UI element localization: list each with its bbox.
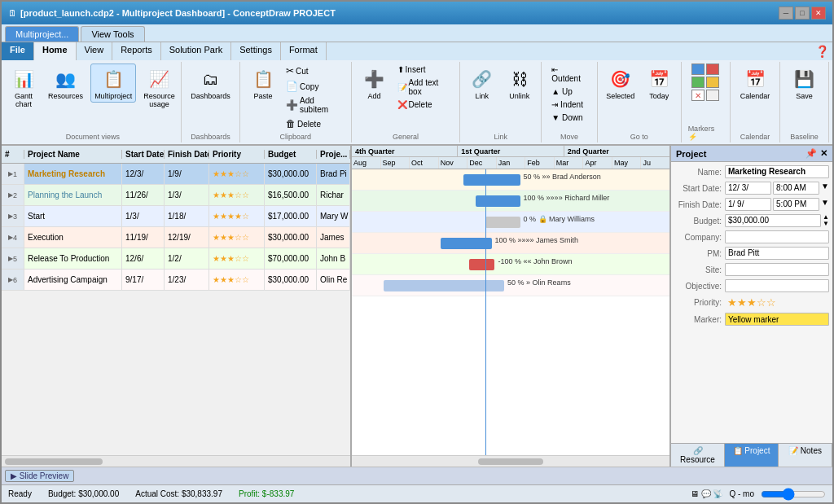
- panel-close-icon[interactable]: ✕: [820, 148, 827, 159]
- tab-view[interactable]: View: [77, 42, 113, 60]
- ribbon-group-move: ⇤ Outdent ▲ Up ⇥ Indent ▼ Down Move: [542, 62, 597, 142]
- down-button[interactable]: ▼ Down: [548, 112, 590, 124]
- resources-button[interactable]: 👥 Resources: [44, 64, 87, 103]
- project-name-cell[interactable]: Planning the Launch: [24, 185, 122, 205]
- project-name-cell[interactable]: Execution: [24, 227, 122, 248]
- add-subitem-button[interactable]: ➕ Add subitem: [283, 94, 345, 116]
- table-row[interactable]: ▶6 Advertising Campaign 9/17/ 1/23/ ★★★☆…: [2, 270, 350, 291]
- marker-none[interactable]: [706, 90, 719, 101]
- tab-multiproject[interactable]: Multiproject...: [5, 26, 79, 42]
- site-value[interactable]: [725, 263, 829, 276]
- project-name-cell[interactable]: Advertising Campaign: [24, 270, 122, 290]
- right-panel-title-text: Project: [676, 149, 706, 159]
- delete-button[interactable]: 🗑 Delete: [283, 116, 345, 131]
- pm-value[interactable]: Brad Pitt: [725, 247, 829, 260]
- expand-icon: ▶: [8, 213, 13, 220]
- maximize-button[interactable]: □: [795, 7, 810, 20]
- marker-blue[interactable]: [691, 64, 705, 75]
- link-button[interactable]: 🔗 Link: [465, 64, 499, 103]
- budget-cell: $30,000.00: [265, 270, 317, 290]
- project-name-cell[interactable]: Release To Production: [24, 248, 122, 269]
- name-value[interactable]: Marketing Research: [725, 165, 829, 178]
- copy-button[interactable]: 📄 Copy: [283, 79, 345, 94]
- table-row[interactable]: ▶4 Execution 11/19/ 12/19/ ★★★☆☆ $30,000…: [2, 227, 350, 248]
- close-button[interactable]: ✕: [811, 7, 826, 20]
- gantt-icon: 📊: [11, 66, 37, 92]
- row-number: ▶2: [2, 185, 24, 205]
- gantt-scroll-thumb[interactable]: [478, 458, 543, 465]
- slide-preview-button[interactable]: ▶ Slide Preview: [5, 470, 74, 482]
- up-button[interactable]: ▲ Up: [548, 85, 590, 98]
- insert-button[interactable]: ⬆ Insert: [394, 64, 454, 76]
- save-baseline-button[interactable]: 💾 Save: [788, 64, 822, 103]
- tab-home[interactable]: Home: [34, 42, 77, 60]
- priority-row: Priority: ★★★☆☆: [674, 296, 829, 309]
- tab-project[interactable]: 📋 Project: [725, 444, 779, 467]
- objective-value[interactable]: [725, 279, 829, 292]
- add-text-box-button[interactable]: 📝 Add text box: [394, 77, 454, 98]
- tab-resource[interactable]: 🔗 Resource: [671, 444, 725, 467]
- tab-file[interactable]: File: [2, 42, 34, 60]
- month-may: May: [612, 157, 642, 169]
- marker-red[interactable]: [706, 64, 719, 75]
- help-icon[interactable]: ❓: [815, 45, 829, 58]
- table-row[interactable]: ▶5 Release To Production 12/6/ 1/2/ ★★★☆…: [2, 248, 350, 270]
- start-date-picker-icon[interactable]: ▼: [821, 182, 829, 195]
- minimize-button[interactable]: ─: [779, 7, 793, 20]
- indent-button[interactable]: ⇥ Indent: [548, 99, 590, 111]
- start-date-value[interactable]: 12/ 3/: [725, 182, 771, 195]
- month-apr: Apr: [583, 157, 612, 169]
- marker-yellow[interactable]: [706, 77, 719, 88]
- finish-time-value[interactable]: 5:00 PM: [773, 198, 819, 211]
- quarter-2nd: 2nd Quarter: [564, 146, 669, 156]
- start-date-cell: 11/26/: [122, 185, 165, 205]
- gantt-label-2: 100 % »»»» Richard Miller: [524, 194, 610, 202]
- project-name-cell[interactable]: Start: [24, 206, 122, 226]
- table-row[interactable]: ▶1 Marketing Research 12/3/ 1/9/ ★★★☆☆ $…: [2, 164, 350, 185]
- dashboards-button[interactable]: 🗂 Dashboards: [187, 64, 235, 103]
- zoom-slider[interactable]: [761, 488, 826, 501]
- table-row[interactable]: ▶3 Start 1/3/ 1/18/ ★★★★☆ $17,000.00 Mar…: [2, 206, 350, 227]
- paste-button[interactable]: 📋 Paste: [247, 64, 279, 103]
- finish-date-value[interactable]: 1/ 9/: [725, 198, 771, 211]
- finish-date-cell: 12/19/: [165, 227, 209, 248]
- start-date-cell: 9/17/: [122, 270, 165, 290]
- panel-pin-icon[interactable]: 📌: [805, 148, 817, 159]
- priority-value[interactable]: ★★★☆☆: [725, 296, 829, 309]
- unlink-button[interactable]: ⛓ Unlink: [503, 64, 537, 103]
- table-row[interactable]: ▶2 Planning the Launch 11/26/ 1/3/ ★★★☆☆…: [2, 185, 350, 206]
- gantt-scrollbar[interactable]: [352, 455, 669, 467]
- project-name-cell[interactable]: Marketing Research: [24, 164, 122, 184]
- tab-settings[interactable]: Settings: [231, 42, 281, 60]
- gantt-row: 100 % »»»» Richard Miller: [352, 191, 669, 212]
- tab-reports[interactable]: Reports: [112, 42, 161, 60]
- tab-notes[interactable]: 📝 Notes: [779, 444, 832, 467]
- budget-value[interactable]: $30,000.00: [725, 214, 821, 227]
- horizontal-scrollbar[interactable]: [2, 455, 350, 467]
- add-button[interactable]: ➕ Add: [358, 64, 391, 103]
- scroll-thumb[interactable]: [5, 458, 103, 465]
- marker-value[interactable]: Yellow marker: [725, 313, 829, 326]
- start-date-row: Start Date: 12/ 3/ 8:00 AM ▼: [674, 182, 829, 195]
- multiproject-button[interactable]: 📋 Multiproject: [90, 64, 136, 103]
- cut-button[interactable]: ✂ Cut: [283, 64, 345, 78]
- marker-label: Marker:: [674, 315, 725, 324]
- budget-spinner[interactable]: ▲ ▼: [823, 214, 829, 227]
- gantt-chart-button[interactable]: 📊 Ganttchart: [7, 64, 41, 111]
- marker-green[interactable]: [691, 77, 705, 88]
- today-button[interactable]: 📅 Today: [642, 64, 676, 103]
- marker-x[interactable]: ✕: [691, 90, 705, 101]
- resource-usage-button[interactable]: 📈 Resourceusage: [139, 64, 179, 111]
- finish-date-picker-icon[interactable]: ▼: [821, 198, 829, 211]
- delete-icon: 🗑: [286, 118, 296, 129]
- outdent-button[interactable]: ⇤ Outdent: [548, 64, 590, 85]
- delete-general-button[interactable]: ❌ Delete: [394, 99, 454, 111]
- tab-viewtools[interactable]: View Tools: [81, 26, 144, 42]
- selected-button[interactable]: 🎯 Selected: [602, 64, 639, 103]
- tab-format[interactable]: Format: [281, 42, 327, 60]
- company-value[interactable]: [725, 230, 829, 243]
- tab-solution-park[interactable]: Solution Park: [161, 42, 231, 60]
- calendar-button[interactable]: 📅 Calendar: [736, 64, 775, 103]
- col-num-header: #: [2, 150, 24, 159]
- start-time-value[interactable]: 8:00 AM: [773, 182, 819, 195]
